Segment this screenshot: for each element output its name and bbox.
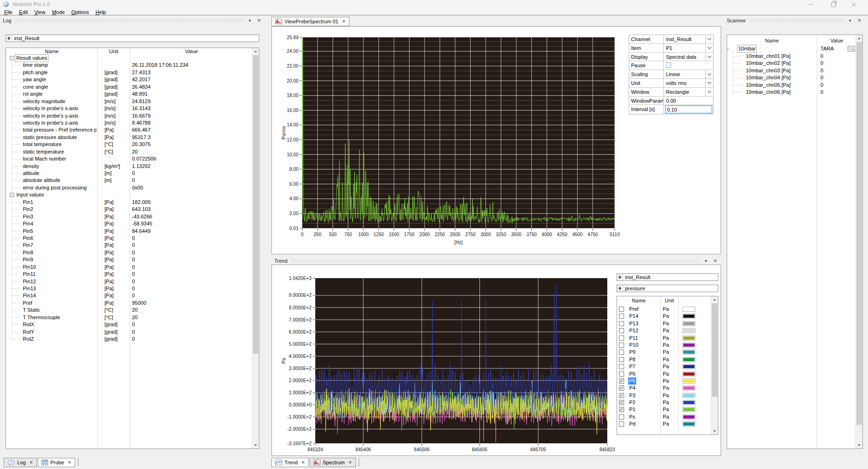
legend-row-p3[interactable]: P3Pa (617, 392, 711, 399)
scrollbar-thumb[interactable] (856, 42, 862, 425)
series-checkbox[interactable] (619, 414, 624, 420)
series-color-swatch[interactable] (682, 357, 695, 362)
panel-menu-button[interactable]: ▾ (246, 18, 253, 24)
tree-leaf-row[interactable]: Pin8[Pa]0 (6, 249, 252, 256)
pause-checkbox[interactable] (666, 63, 671, 68)
series-checkbox[interactable] (619, 421, 624, 427)
series-color-swatch[interactable] (682, 407, 695, 412)
series-checkbox[interactable] (619, 350, 624, 355)
column-divider[interactable] (817, 35, 817, 448)
series-color-swatch[interactable] (682, 350, 695, 355)
tree-leaf-row[interactable]: 10mbar_chn02 [Pa]0 (727, 60, 856, 67)
tree-leaf-row[interactable]: Pref[Pa]95000 (6, 300, 252, 307)
tree-leaf-row[interactable]: yaw angle[grad]42.2017 (6, 76, 252, 83)
legend-row-p10[interactable]: P10Pa (617, 342, 711, 349)
series-color-swatch[interactable] (682, 321, 695, 326)
tree-leaf-row[interactable]: velocity magnitude[m/s]24.8129 (6, 98, 252, 105)
legend-row-pref[interactable]: PrefPa (617, 306, 711, 313)
panel-menu-button[interactable]: ▾ (702, 258, 709, 264)
legend-row-p14[interactable]: P14Pa (617, 313, 711, 320)
menu-item-edit[interactable]: Edit (16, 9, 31, 15)
log-dataset-selector[interactable]: inst_Result (6, 35, 259, 42)
tree-leaf-row[interactable]: Pin1[Pa]182.005 (6, 199, 252, 206)
tree-leaf-row[interactable]: static temperature[°C]20 (6, 148, 252, 155)
legend-row-p5[interactable]: P5Pa (617, 378, 711, 385)
scroll-down-button[interactable] (856, 442, 862, 448)
tree-leaf-row[interactable]: total temperature[°C]20.3075 (6, 141, 252, 148)
tree-leaf-row[interactable]: Pin5[Pa]84.6449 (6, 228, 252, 235)
tree-leaf-row[interactable]: RotX[grad]0 (6, 321, 252, 328)
series-checkbox[interactable] (619, 336, 624, 341)
tab-close-icon[interactable]: ✕ (68, 460, 71, 465)
dropdown-button[interactable] (705, 35, 713, 43)
series-checkbox[interactable] (619, 371, 624, 377)
series-color-swatch[interactable] (682, 385, 695, 391)
series-checkbox[interactable] (619, 321, 624, 326)
series-checkbox[interactable] (619, 378, 624, 384)
series-color-swatch[interactable] (682, 393, 695, 398)
tree-leaf-row[interactable]: RotY[grad]0 (6, 329, 252, 336)
series-color-swatch[interactable] (682, 336, 695, 341)
series-checkbox[interactable] (619, 393, 624, 398)
legend-row-p12[interactable]: P12Pa (617, 327, 711, 334)
menu-item-view[interactable]: View (31, 9, 49, 15)
tree-leaf-row[interactable]: local Mach number0.0722506 (6, 155, 252, 162)
collapse-box[interactable]: - (10, 56, 14, 60)
series-color-swatch[interactable] (682, 400, 695, 405)
tree-leaf-row[interactable]: Pin11[Pa]0 (6, 271, 252, 278)
tree-leaf-row[interactable]: Pin13[Pa]0 (6, 285, 252, 292)
series-checkbox[interactable] (619, 400, 624, 405)
tree-group-row[interactable]: -Result values (6, 55, 252, 62)
dropdown-button[interactable] (705, 88, 713, 96)
legend-row-p1[interactable]: P1Pa (617, 406, 711, 413)
series-checkbox[interactable] (619, 343, 624, 348)
log-tab-probe[interactable]: Probe✕ (38, 458, 75, 467)
scroll-down-button[interactable] (711, 428, 718, 434)
tree-leaf-row[interactable]: time stamp26.11.2018 17:06:11.234 (6, 62, 252, 69)
tree-leaf-row[interactable]: rol angle[grad]48.891 (6, 91, 252, 98)
log-tab-log[interactable]: ?Log✕ (4, 458, 37, 467)
tree-leaf-row[interactable]: altitude[m]0 (6, 170, 252, 177)
tree-leaf-row[interactable]: velocity in probe's z-axis[m/s]8.46788 (6, 119, 252, 126)
tree-leaf-row[interactable]: density[kg/m³]1.13292 (6, 163, 252, 170)
dropdown-button[interactable] (705, 44, 713, 52)
tree-leaf-row[interactable]: RotZ[grad]0 (6, 336, 252, 343)
panel-menu-button[interactable]: ▾ (847, 18, 854, 24)
legend-row-pd[interactable]: PdPa (617, 420, 711, 427)
series-color-swatch[interactable] (682, 414, 695, 420)
document-tab-viewprobespectrum-01[interactable]: ViewProbeSpectrum 01✕ (271, 17, 349, 26)
tree-leaf-row[interactable]: Pin10[Pa]0 (6, 264, 252, 271)
collapse-box[interactable]: - (727, 46, 729, 51)
tree-leaf-row[interactable]: total pressure - Pref (reference pres[Pa… (6, 126, 252, 133)
scroll-up-button[interactable] (856, 35, 862, 42)
panel-close-button[interactable]: ✕ (712, 258, 719, 264)
tree-leaf-row[interactable]: absolute altitude[m]0 (6, 177, 252, 184)
column-header-name[interactable]: Name (6, 49, 97, 54)
tree-leaf-row[interactable]: static pressure absolute[Pa]95317.3 (6, 134, 252, 141)
legend-scrollbar[interactable] (711, 296, 718, 434)
column-header-name[interactable]: Name (617, 298, 660, 303)
series-checkbox[interactable] (619, 307, 624, 312)
spinner-arrows[interactable] (617, 285, 623, 292)
panel-drag-area[interactable] (15, 19, 243, 23)
legend-row-p6[interactable]: P6Pa (617, 371, 711, 378)
legend-row-p13[interactable]: P13Pa (617, 320, 711, 327)
spinner-arrows[interactable] (617, 274, 623, 280)
panel-close-button[interactable]: ✕ (856, 18, 863, 24)
column-header-name[interactable]: Name (727, 38, 817, 43)
series-color-swatch[interactable] (682, 421, 695, 427)
tab-close-icon[interactable]: ✕ (348, 460, 352, 465)
legend-row-p4[interactable]: P4Pa (617, 385, 711, 392)
tree-leaf-row[interactable]: 10mbar_chn05 [Pa]0 (727, 82, 856, 89)
legend-row-p7[interactable]: P7Pa (617, 363, 711, 370)
tree-leaf-row[interactable]: pitch angle[grad]27.4313 (6, 69, 252, 76)
scroll-down-button[interactable] (252, 442, 259, 448)
column-header-unit[interactable]: Unit (660, 298, 678, 303)
menu-item-file[interactable]: File (1, 9, 16, 15)
panel-close-button[interactable]: ✕ (256, 18, 263, 24)
tree-leaf-row[interactable]: Pin2[Pa]643.103 (6, 206, 252, 213)
trend-tab-trend[interactable]: Trend✕ (271, 458, 309, 467)
series-color-swatch[interactable] (682, 328, 695, 333)
legend-row-p11[interactable]: P11Pa (617, 335, 711, 342)
tree-leaf-row[interactable]: Pin6[Pa]0 (6, 235, 252, 242)
